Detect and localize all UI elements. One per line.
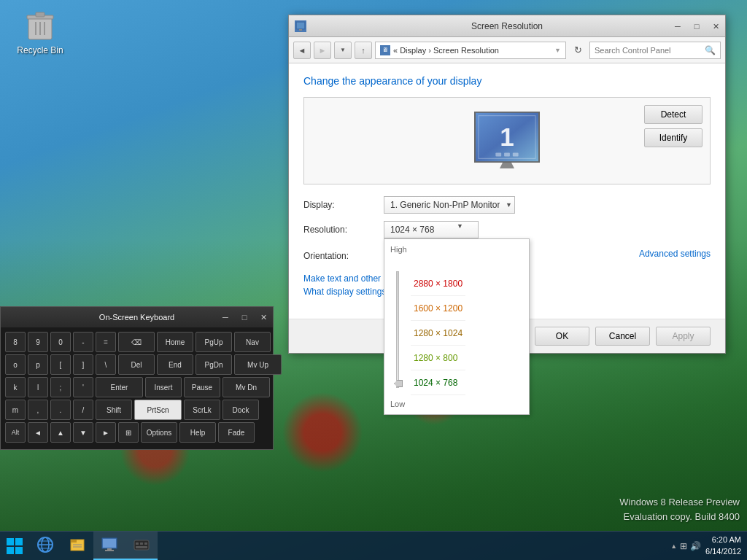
key-quote[interactable]: ' (73, 377, 93, 397)
res-option-4[interactable]: 747 × 560 (411, 370, 465, 395)
resolution-dropdown-wrapper[interactable]: 747 × 560 ▼ High (384, 221, 479, 238)
key-home[interactable]: Home (157, 332, 193, 352)
apply-button[interactable]: Apply (656, 327, 711, 346)
key-l[interactable]: l (28, 377, 48, 397)
resolution-dropdown[interactable]: 747 × 560 ▼ (384, 221, 479, 238)
key-comma[interactable]: , (28, 400, 48, 420)
key-mvup[interactable]: Mv Up (234, 354, 282, 375)
key-backspace[interactable]: ⌫ (118, 332, 155, 352)
key-semicolon[interactable]: ; (50, 377, 71, 397)
refresh-button[interactable]: ↻ (569, 42, 587, 59)
watermark-line1: Windows 8 Release Preview (619, 495, 740, 510)
tray-arrow[interactable]: ▲ (670, 542, 677, 550)
key-dock[interactable]: Dock (222, 400, 259, 420)
key-backslash[interactable]: \ (96, 354, 116, 375)
slider-thumb[interactable] (394, 380, 403, 387)
key-slash[interactable]: / (73, 400, 93, 420)
dropdown-button[interactable]: ▼ (334, 42, 352, 59)
tray-volume-icon[interactable]: 🔊 (690, 541, 701, 551)
start-button[interactable] (0, 532, 29, 561)
res-option-0[interactable]: 2880 × 1800 (411, 271, 465, 296)
key-k[interactable]: k (5, 377, 26, 397)
key-win[interactable]: ⊞ (118, 422, 139, 443)
low-label: Low (390, 400, 523, 408)
slider-line[interactable] (393, 271, 402, 388)
res-option-1[interactable]: 1600 × 1200 (411, 296, 465, 321)
key-insert[interactable]: Insert (145, 377, 182, 397)
detect-button[interactable]: Detect (644, 105, 703, 124)
back-button[interactable]: ◄ (293, 42, 311, 59)
monitor-screen: 1 (474, 112, 540, 163)
key-p[interactable]: p (28, 354, 48, 375)
key-pgdn[interactable]: PgDn (196, 354, 232, 375)
osk-maximize-button[interactable]: □ (235, 307, 254, 327)
svg-rect-2 (36, 12, 44, 17)
ok-button[interactable]: OK (535, 327, 589, 346)
svg-rect-25 (71, 540, 77, 542)
key-rbracket[interactable]: ] (73, 354, 93, 375)
key-nav[interactable]: Nav (234, 332, 271, 352)
taskbar-keyboard[interactable] (125, 532, 158, 561)
key-row-2: o p [ ] \ Del End PgDn Mv Up (5, 354, 268, 375)
path-dropdown[interactable]: ▼ (554, 47, 561, 54)
key-pause[interactable]: Pause (184, 377, 220, 397)
display-dropdown-wrapper: 1. Generic Non-PnP Monitor ▼ (384, 196, 515, 214)
key-alt[interactable]: Alt (5, 422, 26, 443)
osk-close-button[interactable]: ✕ (254, 307, 273, 327)
key-minus[interactable]: - (73, 332, 93, 352)
search-box[interactable]: 🔍 (589, 42, 721, 59)
res-option-2[interactable]: 1280 × 1024 (411, 321, 465, 346)
slider-bar[interactable] (396, 271, 399, 388)
recycle-bin-icon[interactable]: Recycle Bin (15, 7, 66, 55)
key-row-3: k l ; ' Enter Insert Pause Mv Dn (5, 377, 268, 397)
key-m[interactable]: m (5, 400, 26, 420)
key-o[interactable]: o (5, 354, 26, 375)
display-dropdown[interactable]: 1. Generic Non-PnP Monitor (384, 196, 515, 214)
osk-minimize-button[interactable]: ─ (216, 307, 235, 327)
svg-rect-36 (136, 546, 147, 548)
key-right[interactable]: ► (96, 422, 116, 443)
key-del[interactable]: Del (118, 354, 155, 375)
cancel-button[interactable]: Cancel (595, 327, 650, 346)
tray-time[interactable]: 6:20 AM 6/14/2012 (705, 534, 741, 557)
res-option-3[interactable]: 1280 × 800 (411, 346, 465, 370)
key-up[interactable]: ▲ (50, 422, 71, 443)
up-button[interactable]: ↑ (355, 42, 372, 59)
key-9[interactable]: 9 (28, 332, 48, 352)
svg-rect-7 (297, 23, 304, 28)
svg-rect-8 (299, 29, 302, 31)
key-equals[interactable]: = (96, 332, 116, 352)
address-bar: ◄ ► ▼ ↑ 🖥 « Display › Screen Resolution … (289, 37, 725, 63)
key-lbracket[interactable]: [ (50, 354, 71, 375)
key-prtscn[interactable]: PrtScn (134, 400, 182, 420)
key-shift[interactable]: Shift (96, 400, 132, 420)
key-enter[interactable]: Enter (96, 377, 143, 397)
key-fade[interactable]: Fade (218, 422, 255, 443)
key-down[interactable]: ▼ (73, 422, 93, 443)
key-8[interactable]: 8 (5, 332, 26, 352)
taskbar-ie[interactable] (29, 532, 61, 561)
maximize-button[interactable]: □ (687, 15, 706, 37)
taskbar-screen[interactable] (93, 532, 125, 561)
search-icon[interactable]: 🔍 (705, 45, 716, 55)
resolution-label: Resolution: (303, 225, 384, 235)
key-mvdn[interactable]: Mv Dn (222, 377, 270, 397)
minimize-button[interactable]: ─ (668, 15, 687, 37)
forward-button[interactable]: ► (314, 42, 331, 59)
key-scrlk[interactable]: ScrLk (184, 400, 220, 420)
keyboard-area: 8 9 0 - = ⌫ Home PgUp Nav o p [ ] \ Del … (1, 327, 273, 449)
key-pgup[interactable]: PgUp (196, 332, 232, 352)
key-left[interactable]: ◄ (28, 422, 48, 443)
key-period[interactable]: . (50, 400, 71, 420)
advanced-settings-link[interactable]: Advanced settings (639, 249, 711, 259)
close-button[interactable]: ✕ (706, 15, 725, 37)
key-0[interactable]: 0 (50, 332, 71, 352)
address-path[interactable]: 🖥 « Display › Screen Resolution ▼ (375, 42, 566, 59)
resolution-arrow: ▼ (457, 222, 463, 230)
identify-button[interactable]: Identify (644, 128, 703, 147)
search-input[interactable] (595, 46, 705, 55)
key-options[interactable]: Options (141, 422, 177, 443)
taskbar-files[interactable] (61, 532, 93, 561)
key-help[interactable]: Help (179, 422, 216, 443)
key-end[interactable]: End (157, 354, 193, 375)
